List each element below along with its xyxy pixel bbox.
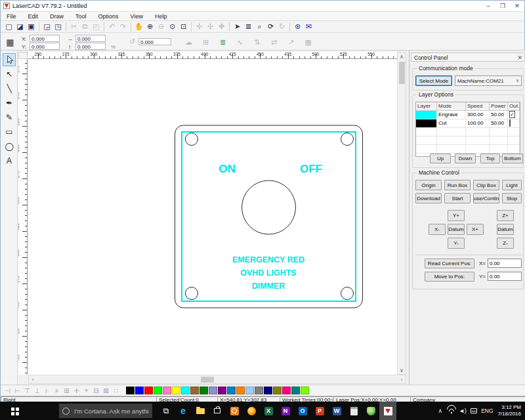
color-swatch-16[interactable] [264,387,272,394]
layer-up-button[interactable]: Up [430,154,451,163]
stop-button[interactable]: Stop [502,193,522,203]
media-app-icon[interactable] [226,402,243,420]
jog-z-minus-button[interactable]: Z- [497,238,514,249]
output-checkbox[interactable]: ✓ [509,111,515,118]
menu-view[interactable]: View [125,13,149,20]
close-button[interactable]: ✕ [510,1,524,11]
color-swatch-17[interactable] [273,387,282,394]
column-header[interactable]: Mode [437,102,466,110]
menu-edit[interactable]: Edit [22,13,45,20]
tray-chevron-icon[interactable]: ∧ [434,402,446,420]
scroll-up-arrow[interactable]: ∧ [398,52,406,60]
align-bottom-icon[interactable]: ⊥ [32,386,42,395]
layers-icon[interactable]: ≣ [217,37,228,47]
layer-top-button[interactable]: Top [480,154,500,163]
maximize-button[interactable]: ❐ [495,1,510,11]
ellipse-tool[interactable]: ◯ [3,140,16,153]
y-input[interactable]: 0.000 [30,43,60,50]
mount-hole-bottom-right[interactable] [341,287,354,300]
mount-hole-top-right[interactable] [341,133,354,146]
scroll-down-arrow[interactable]: ∨ [398,366,406,374]
label-line2-text[interactable]: OVHD LIGHTS [240,268,296,278]
align-center-v-icon[interactable]: ⊧ [52,386,62,395]
scroll-left-arrow[interactable]: ‹ [29,375,37,383]
align-top-icon[interactable]: ⊤ [22,386,32,395]
machine-name-dropdown[interactable]: MachName:COM21 ∨ [455,75,522,86]
datum-xy-button[interactable]: Datum [448,224,465,235]
menu-tool[interactable]: Tool [70,13,93,20]
layer-table[interactable]: LayerModeSpeedPowerOut...Engrave300.0050… [415,102,520,157]
rotate-input[interactable]: 0.000 [138,38,171,45]
color-swatch-1[interactable] [126,387,135,394]
select-tool[interactable] [3,53,16,66]
excel-icon[interactable]: X [260,402,277,420]
switch-hole-circle[interactable] [242,180,296,234]
zoom-page-icon[interactable]: ⊡ [178,22,189,32]
cortana-search-box[interactable]: I'm Cortana. Ask me anything. [59,404,152,418]
edge-icon[interactable]: e [175,402,192,420]
onenote-icon[interactable]: N [277,402,294,420]
color-swatch-3[interactable] [144,387,153,394]
export-icon[interactable]: ◳ [52,22,64,32]
x-input[interactable]: 0.000 [30,35,60,42]
menu-options[interactable]: Options [93,13,125,20]
start-button[interactable]: Start [444,193,471,203]
layer-cell[interactable]: 100.00 [466,119,490,127]
color-swatch-2[interactable] [135,387,144,394]
word-icon[interactable]: W [328,402,345,420]
layer-cell[interactable]: 50.00 [490,119,508,127]
layer-down-button[interactable]: Down [455,154,476,163]
store-icon[interactable] [209,402,226,420]
color-swatch-15[interactable] [255,387,263,394]
on-text[interactable]: ON [219,163,236,175]
label-line3-text[interactable]: DIMMER [252,282,285,291]
layer-cell[interactable]: 50.00 [490,111,508,119]
line-tool[interactable]: ╲ [3,82,16,95]
color-swatch-20[interactable] [301,387,309,394]
file-explorer-icon[interactable] [192,402,209,420]
color-swatch-18[interactable] [282,387,291,394]
minimize-button[interactable]: – [481,1,495,11]
green-app-icon[interactable] [362,402,379,420]
notification-icon[interactable] [468,402,479,420]
firefox-icon[interactable] [243,402,260,420]
layer-color-swatch[interactable] [416,119,437,127]
outlook-icon[interactable]: O [294,402,311,420]
horizontal-scroll-thumb[interactable] [201,377,214,383]
text-tool[interactable]: A [3,154,16,167]
menu-file[interactable]: File [1,13,22,20]
color-swatch-4[interactable] [154,387,162,394]
pick-icon[interactable]: ➤ [232,22,243,32]
wifi-icon[interactable] [446,402,457,420]
select-mode-button[interactable]: Select Mode [415,75,452,86]
color-swatch-7[interactable] [181,387,190,394]
align-center-h-icon[interactable]: ⊦ [42,386,52,395]
color-swatch-9[interactable] [200,387,208,394]
import-icon[interactable]: ◲ [41,22,52,32]
distribute-v-icon[interactable]: ⊟ [91,386,101,395]
param-table-icon[interactable]: ≣ [243,22,254,32]
color-swatch-13[interactable] [236,387,245,394]
origin-button[interactable]: Origin [415,180,442,190]
clip-box-button[interactable]: Clip Box [473,180,499,190]
preview-icon[interactable]: ⌕ [254,22,265,32]
height-input[interactable]: 0.000 [75,43,106,50]
layer-cell[interactable]: Cut [437,119,466,127]
pause-continue-button[interactable]: ause/Continu [473,193,499,203]
off-text[interactable]: OFF [300,163,322,175]
read-current-pos-button[interactable]: Read Current Pos: [425,259,474,268]
zoom-object-icon[interactable]: ⊙ [167,22,178,32]
jog-x-minus-button[interactable]: X- [429,224,446,235]
new-file-icon[interactable]: ▢ [3,22,14,32]
color-swatch-10[interactable] [209,387,217,394]
message-icon[interactable]: ✉ [303,22,314,32]
y-pos-input[interactable]: 0.00 [488,272,522,281]
layer-bottom-button[interactable]: Bottom [502,154,523,163]
x-pos-input[interactable]: 0.00 [488,259,522,268]
task-view-icon[interactable]: ⧉ [158,402,175,420]
column-header[interactable]: Speed [466,102,490,110]
color-swatch-8[interactable] [190,387,199,394]
column-header[interactable]: Layer [416,102,437,110]
same-size-icon[interactable]: ⊠ [101,386,111,395]
group-icon[interactable]: ⊞ [62,386,72,395]
